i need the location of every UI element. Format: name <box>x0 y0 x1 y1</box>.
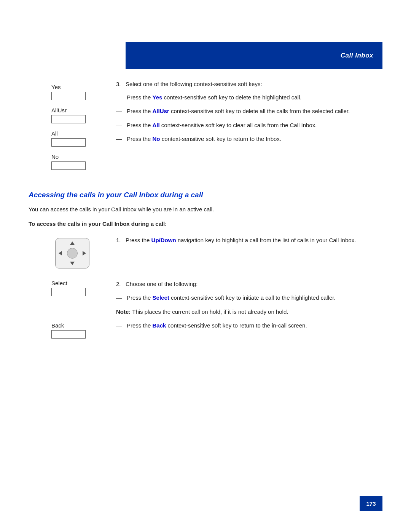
bullet-text-yes: Press the Yes context-sensitive soft key… <box>127 93 382 102</box>
bullet-all: — Press the All context-sensitive soft k… <box>116 121 382 130</box>
step3-text: Select one of the following context-sens… <box>126 81 262 87</box>
bullet-text-back: Press the Back context-sensitive soft ke… <box>127 321 382 330</box>
page-number: 173 <box>366 500 376 507</box>
header-title: Call Inbox <box>341 52 373 59</box>
sub-heading: To access the calls in your Call Inbox d… <box>29 220 382 228</box>
header-bar: Call Inbox <box>126 42 382 69</box>
step2-intro-text: Choose one of the following: <box>126 281 198 287</box>
nav-arrow-right-icon <box>83 251 86 256</box>
bullet-allusr: — Press the AllUsr context-sensitive sof… <box>116 107 382 116</box>
nav-arrow-left-icon <box>59 251 62 256</box>
nav-key-col <box>29 236 105 268</box>
soft-key-allusr-label: AllUsr <box>51 107 105 113</box>
soft-key-select-box <box>51 288 86 296</box>
nav-key-widget <box>55 238 89 268</box>
soft-key-allusr-group: AllUsr <box>51 107 105 123</box>
bullet-text-allusr: Press the AllUsr context-sensitive soft … <box>127 107 382 116</box>
note-item: Note: This places the current call on ho… <box>116 308 382 316</box>
bullet-yes: — Press the Yes context-sensitive soft k… <box>116 93 382 102</box>
soft-key-back-label: Back <box>51 322 105 329</box>
section-intro: You can access the calls in your Call In… <box>29 205 382 214</box>
step2-keys-col: Select Back <box>29 280 105 345</box>
highlight-all: All <box>153 122 160 128</box>
soft-key-no-group: No <box>51 153 105 170</box>
soft-key-yes-group: Yes <box>51 84 105 100</box>
bullet-text-no: Press the No context-sensitive soft key … <box>127 135 382 144</box>
step1-text: Press the Up/Down navigation key to high… <box>126 237 356 243</box>
soft-key-no-box <box>51 161 86 170</box>
step3-instructions: 3. Select one of the following context-s… <box>105 80 382 177</box>
bullet-select: — Press the Select context-sensitive sof… <box>116 294 382 302</box>
soft-keys-yes-allusr-all-no: Yes AllUsr All No <box>29 80 105 177</box>
highlight-back: Back <box>153 322 166 329</box>
bullet-text-select: Press the Select context-sensitive soft … <box>127 294 382 302</box>
bullet-dash-select: — <box>116 294 124 302</box>
highlight-allusr: AllUsr <box>153 108 169 114</box>
highlight-no: No <box>153 136 160 142</box>
step3-number: 3. <box>116 81 124 87</box>
soft-key-allusr-box <box>51 115 86 123</box>
soft-key-all-label: All <box>51 130 105 137</box>
step1-number: 1. <box>116 237 124 243</box>
section-heading: Accessing the calls in your Call Inbox d… <box>29 190 382 200</box>
nav-center-button <box>67 248 78 259</box>
step2-bullet-list: — Press the Select context-sensitive sof… <box>116 294 382 330</box>
bullet-text-all: Press the All context-sensitive soft key… <box>127 121 382 130</box>
step1-section: 1. Press the Up/Down navigation key to h… <box>29 236 382 268</box>
bullet-dash-no: — <box>116 135 124 144</box>
bullet-dash-yes: — <box>116 93 124 102</box>
page-footer: 173 <box>360 496 382 511</box>
soft-key-yes-label: Yes <box>51 84 105 90</box>
soft-key-back-box <box>51 330 86 339</box>
main-content: Yes AllUsr All No 3. Select one of the f… <box>29 80 382 349</box>
soft-key-select-label: Select <box>51 280 105 286</box>
highlight-select: Select <box>153 294 169 301</box>
nav-arrow-down-icon <box>70 262 75 265</box>
soft-key-no-label: No <box>51 153 105 160</box>
nav-arrow-up-icon <box>70 241 75 245</box>
step2-section: Select Back 2. Choose one of the followi… <box>29 280 382 345</box>
step3-intro: 3. Select one of the following context-s… <box>116 80 382 89</box>
step2-intro: 2. Choose one of the following: <box>116 280 382 289</box>
bullet-dash-all: — <box>116 121 124 130</box>
soft-key-back-group: Back <box>51 322 105 339</box>
bullet-dash-allusr: — <box>116 107 124 116</box>
bullet-back: — Press the Back context-sensitive soft … <box>116 321 382 330</box>
highlight-yes: Yes <box>153 94 162 101</box>
step2-instructions: 2. Choose one of the following: — Press … <box>105 280 382 345</box>
soft-key-select-group: Select <box>51 280 105 296</box>
note-label: Note: <box>116 308 131 315</box>
note-text: Note: This places the current call on ho… <box>116 308 288 315</box>
highlight-updown: Up/Down <box>151 237 176 243</box>
section-top: Yes AllUsr All No 3. Select one of the f… <box>29 80 382 177</box>
step1-instructions: 1. Press the Up/Down navigation key to h… <box>105 236 382 268</box>
bullet-dash-back: — <box>116 321 124 330</box>
step3-bullet-list: — Press the Yes context-sensitive soft k… <box>116 93 382 144</box>
soft-key-all-group: All <box>51 130 105 147</box>
bullet-no: — Press the No context-sensitive soft ke… <box>116 135 382 144</box>
soft-key-yes-box <box>51 92 86 100</box>
step2-number: 2. <box>116 281 124 287</box>
soft-key-all-box <box>51 138 86 147</box>
